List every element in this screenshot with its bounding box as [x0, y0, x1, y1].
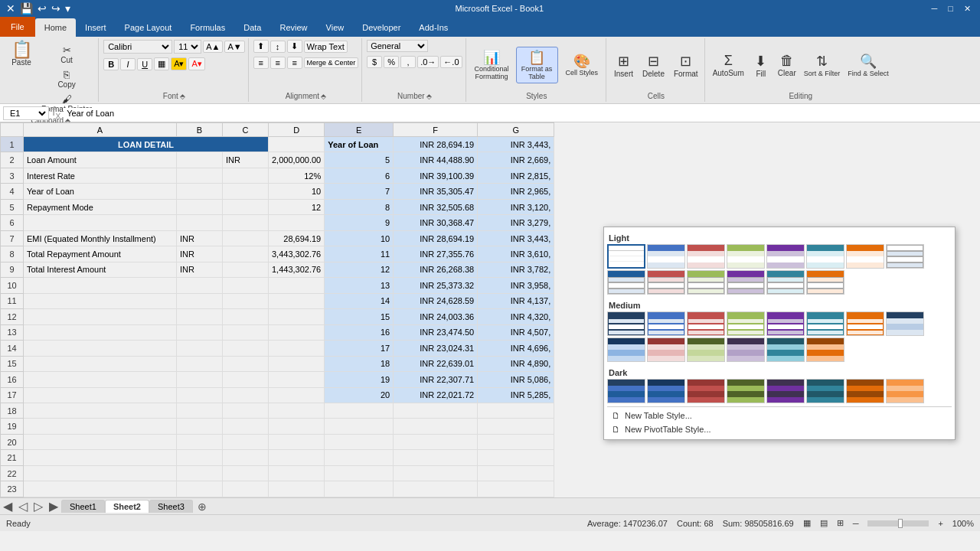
table-style-dark-1[interactable]	[607, 379, 645, 403]
cell-e9[interactable]: 12	[325, 262, 394, 277]
col-header-g[interactable]: G	[478, 123, 554, 137]
cell-b6[interactable]	[177, 215, 223, 230]
format-as-table-button[interactable]: 📋 Format as Table	[516, 47, 558, 83]
cell-a8[interactable]: Total Repayment Amount	[24, 246, 177, 262]
view-page-break-button[interactable]: ⊞	[837, 518, 844, 528]
table-style-medium-purple-2[interactable]	[727, 337, 765, 362]
cell-g4[interactable]: INR 2,965,	[478, 184, 554, 199]
cell-b3[interactable]	[177, 168, 223, 183]
redo-button[interactable]: ↪	[51, 2, 60, 15]
font-size-select[interactable]: 11	[174, 40, 201, 54]
table-style-dark-blue[interactable]	[647, 379, 685, 403]
cell-a3[interactable]: Interest Rate	[24, 168, 177, 183]
number-format-select[interactable]: General	[367, 40, 428, 52]
cell-b4[interactable]	[177, 184, 223, 199]
merge-center-button[interactable]: Merge & Center	[304, 57, 359, 68]
table-style-light-orange-2[interactable]	[806, 270, 844, 295]
cell-a9[interactable]: Total Interest Amount	[24, 262, 177, 277]
align-top-button[interactable]: ⬆	[253, 40, 269, 53]
sheet-nav-next[interactable]: ▷	[31, 499, 46, 514]
find-select-button[interactable]: 🔍 Find & Select	[844, 51, 892, 79]
cell-ref-box[interactable]: E1	[3, 106, 49, 120]
format-button[interactable]: ⊡ Format	[671, 51, 701, 80]
cell-a2[interactable]: Loan Amount	[24, 152, 177, 168]
table-style-light-purple-1[interactable]	[766, 244, 805, 269]
border-button[interactable]: ▦	[154, 57, 169, 70]
cell-b5[interactable]	[177, 199, 223, 214]
cell-a4[interactable]: Year of Loan	[24, 184, 177, 199]
fill-button[interactable]: ⬇ Fill	[749, 51, 773, 80]
cell-f9[interactable]: INR 26,268.38	[394, 262, 478, 277]
save-button[interactable]: 💾	[20, 2, 33, 15]
col-header-c[interactable]: C	[223, 123, 269, 137]
tab-page-layout[interactable]: Page Layout	[116, 18, 181, 37]
decrease-decimal-button[interactable]: ←.0	[440, 56, 462, 68]
tab-insert[interactable]: Insert	[76, 18, 116, 37]
cell-e4[interactable]: 7	[325, 184, 394, 199]
cell-c8[interactable]	[223, 246, 269, 262]
cell-d2[interactable]: 2,000,000.00	[269, 152, 325, 168]
formula-input[interactable]	[64, 108, 977, 119]
wrap-text-button[interactable]: Wrap Text	[304, 41, 348, 53]
table-style-medium-blue-2[interactable]	[607, 337, 645, 362]
cell-d4[interactable]: 10	[269, 184, 325, 199]
view-layout-button[interactable]: ▤	[820, 518, 828, 528]
table-style-light-teal-1[interactable]	[806, 244, 844, 269]
table-style-dark-green[interactable]	[727, 379, 765, 403]
delete-button[interactable]: ⊟ Delete	[639, 51, 668, 80]
tab-data[interactable]: Data	[234, 18, 270, 37]
table-style-medium-dark-1[interactable]	[886, 311, 924, 336]
table-style-medium-red-2[interactable]	[647, 337, 685, 362]
cell-c3[interactable]	[223, 168, 269, 183]
percent-button[interactable]: %	[384, 56, 399, 68]
cell-c7[interactable]	[223, 230, 269, 246]
table-style-medium-orange[interactable]	[846, 311, 884, 336]
view-normal-button[interactable]: ▦	[803, 518, 811, 528]
align-left-button[interactable]: ≡	[253, 57, 269, 69]
table-style-light-green-1[interactable]	[727, 244, 765, 269]
cell-d1[interactable]	[269, 137, 325, 152]
cell-g9[interactable]: INR 3,782,	[478, 262, 554, 277]
col-header-e[interactable]: E	[325, 123, 394, 137]
cell-f3[interactable]: INR 39,100.39	[394, 168, 478, 183]
restore-button[interactable]: □	[945, 4, 956, 13]
col-header-f[interactable]: F	[394, 123, 478, 137]
cell-e8[interactable]: 11	[325, 246, 394, 262]
cell-c4[interactable]	[223, 184, 269, 199]
table-style-light-orange-1[interactable]	[846, 244, 884, 269]
cell-b7[interactable]: INR	[177, 230, 223, 246]
table-style-dark-teal[interactable]	[806, 379, 844, 403]
cell-d8[interactable]: 3,443,302.76	[269, 246, 325, 262]
tab-review[interactable]: Review	[270, 18, 316, 37]
align-bottom-button[interactable]: ⬇	[287, 40, 302, 53]
table-style-medium-green-2[interactable]	[687, 337, 725, 362]
cell-f7[interactable]: INR 28,694.19	[394, 230, 478, 246]
table-style-medium-red[interactable]	[687, 311, 725, 336]
cut-button[interactable]: ✂ Cut	[38, 43, 95, 66]
cell-g6[interactable]: INR 3,279,	[478, 215, 554, 230]
cell-a5[interactable]: Repayment Mode	[24, 199, 177, 214]
sheet-nav-left[interactable]: ◀	[0, 499, 15, 514]
table-style-light-blue-1[interactable]	[647, 244, 685, 269]
tab-add-ins[interactable]: Add-Ins	[410, 18, 457, 37]
cell-f6[interactable]: INR 30,368.47	[394, 215, 478, 230]
cell-f2[interactable]: INR 44,488.90	[394, 152, 478, 168]
table-style-medium-orange-2[interactable]	[806, 337, 844, 362]
fill-color-button[interactable]: A▾	[171, 57, 187, 70]
minimize-button[interactable]: ─	[929, 4, 941, 13]
sheet-tab-2[interactable]: Sheet2	[105, 500, 149, 513]
cell-d3[interactable]: 12%	[269, 168, 325, 183]
font-expand-icon[interactable]: ⬘	[180, 93, 185, 100]
font-family-select[interactable]: Calibri	[103, 40, 172, 54]
align-right-button[interactable]: ≡	[287, 57, 302, 69]
tab-developer[interactable]: Developer	[353, 18, 410, 37]
italic-button[interactable]: I	[120, 58, 136, 70]
comma-button[interactable]: ,	[400, 56, 416, 68]
table-style-dark-extra[interactable]	[886, 379, 924, 403]
copy-button[interactable]: ⎘ Copy	[38, 67, 95, 90]
cell-e6[interactable]: 9	[325, 215, 394, 230]
table-style-medium-blue[interactable]	[647, 311, 685, 336]
tab-file[interactable]: File	[0, 17, 35, 37]
table-style-medium-green[interactable]	[727, 311, 765, 336]
close-button[interactable]: ✕	[961, 4, 974, 14]
